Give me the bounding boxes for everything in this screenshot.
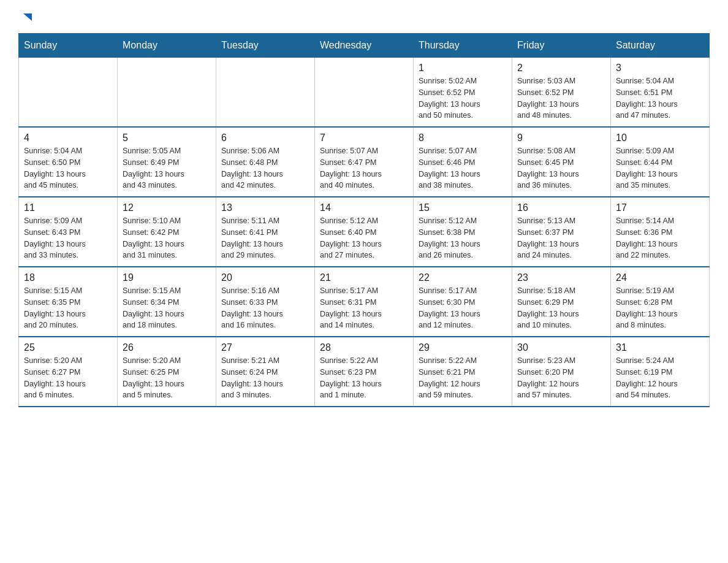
day-number: 19	[123, 272, 211, 283]
day-info: Sunrise: 5:10 AMSunset: 6:42 PMDaylight:…	[123, 215, 211, 261]
day-number: 31	[616, 342, 704, 353]
day-info: Sunrise: 5:23 AMSunset: 6:20 PMDaylight:…	[517, 355, 605, 401]
day-number: 28	[320, 342, 408, 353]
day-number: 18	[24, 272, 112, 283]
week-row-4: 18Sunrise: 5:15 AMSunset: 6:35 PMDayligh…	[19, 267, 710, 337]
day-number: 22	[419, 272, 507, 283]
calendar-cell: 28Sunrise: 5:22 AMSunset: 6:23 PMDayligh…	[315, 337, 414, 407]
calendar-cell	[315, 58, 414, 128]
day-info: Sunrise: 5:22 AMSunset: 6:21 PMDaylight:…	[419, 355, 507, 401]
calendar-cell: 9Sunrise: 5:08 AMSunset: 6:45 PMDaylight…	[512, 127, 611, 197]
day-info: Sunrise: 5:06 AMSunset: 6:48 PMDaylight:…	[221, 145, 309, 191]
day-number: 27	[221, 342, 309, 353]
calendar-cell: 26Sunrise: 5:20 AMSunset: 6:25 PMDayligh…	[118, 337, 216, 407]
calendar-cell: 1Sunrise: 5:02 AMSunset: 6:52 PMDaylight…	[414, 58, 512, 128]
day-info: Sunrise: 5:24 AMSunset: 6:19 PMDaylight:…	[616, 355, 704, 401]
day-number: 9	[517, 132, 605, 144]
logo-arrow-icon	[20, 12, 33, 25]
day-info: Sunrise: 5:12 AMSunset: 6:38 PMDaylight:…	[419, 215, 507, 261]
svg-marker-0	[23, 13, 32, 21]
header-tuesday: Tuesday	[216, 34, 315, 58]
day-info: Sunrise: 5:18 AMSunset: 6:29 PMDaylight:…	[517, 285, 605, 331]
day-number: 16	[517, 202, 605, 213]
day-info: Sunrise: 5:04 AMSunset: 6:50 PMDaylight:…	[24, 145, 112, 191]
day-number: 21	[320, 272, 408, 283]
day-info: Sunrise: 5:17 AMSunset: 6:30 PMDaylight:…	[419, 285, 507, 331]
calendar-cell: 18Sunrise: 5:15 AMSunset: 6:35 PMDayligh…	[19, 267, 118, 337]
week-row-1: 1Sunrise: 5:02 AMSunset: 6:52 PMDaylight…	[19, 58, 710, 128]
calendar-cell: 4Sunrise: 5:04 AMSunset: 6:50 PMDaylight…	[19, 127, 118, 197]
calendar-cell: 31Sunrise: 5:24 AMSunset: 6:19 PMDayligh…	[611, 337, 710, 407]
day-number: 12	[123, 202, 211, 213]
day-number: 1	[419, 63, 507, 74]
day-number: 10	[616, 132, 704, 144]
day-number: 14	[320, 202, 408, 213]
header-saturday: Saturday	[611, 34, 710, 58]
day-number: 8	[419, 132, 507, 144]
day-info: Sunrise: 5:19 AMSunset: 6:28 PMDaylight:…	[616, 285, 704, 331]
calendar-header-row: SundayMondayTuesdayWednesdayThursdayFrid…	[19, 34, 710, 58]
calendar-cell: 29Sunrise: 5:22 AMSunset: 6:21 PMDayligh…	[414, 337, 512, 407]
page-header	[18, 12, 710, 27]
day-info: Sunrise: 5:13 AMSunset: 6:37 PMDaylight:…	[517, 215, 605, 261]
day-info: Sunrise: 5:08 AMSunset: 6:45 PMDaylight:…	[517, 145, 605, 191]
header-thursday: Thursday	[414, 34, 512, 58]
day-info: Sunrise: 5:20 AMSunset: 6:25 PMDaylight:…	[123, 355, 211, 401]
day-number: 4	[24, 132, 112, 144]
day-info: Sunrise: 5:07 AMSunset: 6:47 PMDaylight:…	[320, 145, 408, 191]
day-info: Sunrise: 5:22 AMSunset: 6:23 PMDaylight:…	[320, 355, 408, 401]
calendar-cell: 8Sunrise: 5:07 AMSunset: 6:46 PMDaylight…	[414, 127, 512, 197]
day-number: 23	[517, 272, 605, 283]
calendar-cell: 23Sunrise: 5:18 AMSunset: 6:29 PMDayligh…	[512, 267, 611, 337]
day-number: 15	[419, 202, 507, 213]
day-number: 20	[221, 272, 309, 283]
day-number: 26	[123, 342, 211, 353]
logo	[18, 12, 33, 27]
day-info: Sunrise: 5:05 AMSunset: 6:49 PMDaylight:…	[123, 145, 211, 191]
calendar-cell: 27Sunrise: 5:21 AMSunset: 6:24 PMDayligh…	[216, 337, 315, 407]
day-number: 7	[320, 132, 408, 144]
calendar-cell: 30Sunrise: 5:23 AMSunset: 6:20 PMDayligh…	[512, 337, 611, 407]
day-info: Sunrise: 5:02 AMSunset: 6:52 PMDaylight:…	[419, 75, 507, 121]
calendar-cell: 25Sunrise: 5:20 AMSunset: 6:27 PMDayligh…	[19, 337, 118, 407]
header-monday: Monday	[118, 34, 216, 58]
header-sunday: Sunday	[19, 34, 118, 58]
calendar-cell: 12Sunrise: 5:10 AMSunset: 6:42 PMDayligh…	[118, 197, 216, 267]
day-info: Sunrise: 5:21 AMSunset: 6:24 PMDaylight:…	[221, 355, 309, 401]
calendar-cell: 15Sunrise: 5:12 AMSunset: 6:38 PMDayligh…	[414, 197, 512, 267]
day-number: 30	[517, 342, 605, 353]
day-number: 29	[419, 342, 507, 353]
calendar-cell: 6Sunrise: 5:06 AMSunset: 6:48 PMDaylight…	[216, 127, 315, 197]
calendar-cell: 3Sunrise: 5:04 AMSunset: 6:51 PMDaylight…	[611, 58, 710, 128]
day-number: 3	[616, 63, 704, 74]
calendar-cell: 24Sunrise: 5:19 AMSunset: 6:28 PMDayligh…	[611, 267, 710, 337]
calendar-cell: 11Sunrise: 5:09 AMSunset: 6:43 PMDayligh…	[19, 197, 118, 267]
day-number: 13	[221, 202, 309, 213]
header-wednesday: Wednesday	[315, 34, 414, 58]
day-info: Sunrise: 5:09 AMSunset: 6:43 PMDaylight:…	[24, 215, 112, 261]
day-info: Sunrise: 5:11 AMSunset: 6:41 PMDaylight:…	[221, 215, 309, 261]
day-info: Sunrise: 5:03 AMSunset: 6:52 PMDaylight:…	[517, 75, 605, 121]
calendar-cell: 22Sunrise: 5:17 AMSunset: 6:30 PMDayligh…	[414, 267, 512, 337]
day-info: Sunrise: 5:07 AMSunset: 6:46 PMDaylight:…	[419, 145, 507, 191]
calendar-cell: 2Sunrise: 5:03 AMSunset: 6:52 PMDaylight…	[512, 58, 611, 128]
calendar-cell: 7Sunrise: 5:07 AMSunset: 6:47 PMDaylight…	[315, 127, 414, 197]
calendar-cell	[19, 58, 118, 128]
calendar-cell: 5Sunrise: 5:05 AMSunset: 6:49 PMDaylight…	[118, 127, 216, 197]
day-number: 5	[123, 132, 211, 144]
day-number: 6	[221, 132, 309, 144]
calendar-cell: 13Sunrise: 5:11 AMSunset: 6:41 PMDayligh…	[216, 197, 315, 267]
calendar-cell	[118, 58, 216, 128]
calendar-cell	[216, 58, 315, 128]
calendar-cell: 19Sunrise: 5:15 AMSunset: 6:34 PMDayligh…	[118, 267, 216, 337]
calendar-cell: 10Sunrise: 5:09 AMSunset: 6:44 PMDayligh…	[611, 127, 710, 197]
day-info: Sunrise: 5:16 AMSunset: 6:33 PMDaylight:…	[221, 285, 309, 331]
day-info: Sunrise: 5:15 AMSunset: 6:35 PMDaylight:…	[24, 285, 112, 331]
day-number: 25	[24, 342, 112, 353]
day-number: 17	[616, 202, 704, 213]
week-row-5: 25Sunrise: 5:20 AMSunset: 6:27 PMDayligh…	[19, 337, 710, 407]
day-number: 24	[616, 272, 704, 283]
day-info: Sunrise: 5:14 AMSunset: 6:36 PMDaylight:…	[616, 215, 704, 261]
calendar-table: SundayMondayTuesdayWednesdayThursdayFrid…	[18, 33, 710, 407]
calendar-cell: 21Sunrise: 5:17 AMSunset: 6:31 PMDayligh…	[315, 267, 414, 337]
